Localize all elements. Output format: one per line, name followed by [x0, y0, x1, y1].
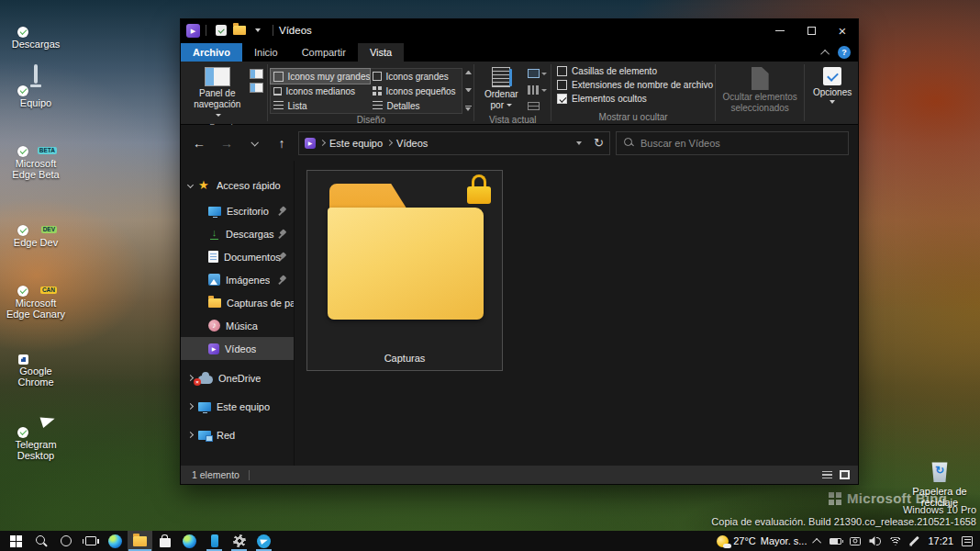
maximize-button[interactable]	[796, 19, 827, 41]
sidebar-item-capturas-de-pantalla[interactable]: Capturas de pantal	[181, 291, 294, 314]
sidebar-item-este-equipo[interactable]: Este equipo	[181, 395, 294, 418]
view-lista[interactable]: Lista	[271, 98, 370, 113]
views-more-icon[interactable]	[465, 106, 472, 111]
up-button[interactable]: ↑	[271, 132, 293, 154]
title-bar: Vídeos	[181, 19, 858, 41]
close-button[interactable]	[827, 19, 858, 41]
checkbox-elementos-ocultos[interactable]: Elementos ocultos	[557, 94, 647, 104]
breadcrumb-este-equipo[interactable]: Este equipo	[329, 138, 383, 149]
add-columns-button[interactable]	[528, 85, 547, 95]
taskbar-store[interactable]	[152, 531, 177, 551]
quick-access-star-icon	[198, 179, 211, 192]
weather-widget[interactable]: 27°C Mayor. s...	[717, 535, 807, 547]
qat-new-folder-button[interactable]	[231, 22, 248, 39]
navigation-pane-button[interactable]: Panel de navegación	[186, 65, 248, 122]
preview-pane-button[interactable]	[250, 69, 263, 79]
desktop-icon-edge-dev[interactable]: DEV Edge Dev	[5, 206, 67, 248]
dev-badge: DEV	[41, 226, 57, 233]
size-columns-button[interactable]	[528, 102, 547, 110]
view-iconos-medianos[interactable]: Iconos medianos	[271, 84, 370, 98]
desktop-icon-chrome[interactable]: Google Chrome	[5, 334, 67, 388]
sort-by-button[interactable]: Ordenar por	[476, 65, 526, 112]
sidebar-item-acceso-rapido[interactable]: Acceso rápido	[181, 174, 294, 197]
view-iconos-grandes[interactable]: Iconos grandes	[370, 69, 460, 84]
action-center-icon[interactable]	[962, 536, 973, 546]
desktop-icon-equipo[interactable]: Equipo	[5, 66, 67, 108]
taskbar-settings[interactable]	[227, 531, 251, 551]
sidebar-item-imagenes[interactable]: Imágenes	[181, 268, 294, 291]
display-icon[interactable]	[850, 537, 861, 545]
view-iconos-muy-grandes[interactable]: Iconos muy grandes	[271, 69, 370, 84]
taskbar-edge[interactable]	[103, 531, 128, 551]
thumbnails-view-button[interactable]	[838, 469, 851, 481]
tab-vista[interactable]: Vista	[358, 43, 404, 62]
divider	[715, 64, 716, 121]
recent-locations-button[interactable]	[243, 132, 265, 154]
volume-icon[interactable]	[869, 536, 881, 545]
sidebar-item-red[interactable]: Red	[181, 423, 294, 446]
details-view-button[interactable]	[820, 469, 833, 481]
chevron-collapsed-icon[interactable]	[187, 403, 194, 410]
breadcrumb-videos[interactable]: Vídeos	[396, 138, 428, 149]
taskbar-telegram[interactable]	[251, 531, 276, 551]
tab-compartir[interactable]: Compartir	[290, 43, 358, 62]
checkbox-extensiones[interactable]: Extensiones de nombre de archivo	[557, 80, 713, 90]
desktop-icon-edge-canary[interactable]: CAN Microsoft Edge Canary	[5, 266, 67, 320]
folder-item-capturas[interactable]: Capturas	[306, 170, 503, 371]
layout-views-list: Iconos muy grandes Iconos grandes Iconos…	[270, 68, 462, 114]
tab-archivo[interactable]: Archivo	[181, 43, 242, 62]
task-view-button[interactable]	[78, 531, 103, 551]
address-bar[interactable]: Este equipo Vídeos ↻	[298, 131, 610, 155]
pen-icon[interactable]	[909, 536, 919, 546]
desktop-icon-telegram[interactable]: Telegram Desktop	[5, 408, 67, 462]
cortana-button[interactable]	[53, 531, 78, 551]
tab-inicio[interactable]: Inicio	[242, 43, 290, 62]
view-detalles[interactable]: Detalles	[370, 98, 460, 113]
group-by-button[interactable]	[528, 69, 547, 78]
desktop-icon-edge-beta[interactable]: BETA Microsoft Edge Beta	[5, 127, 67, 181]
sidebar-item-documentos[interactable]: Documentos	[181, 245, 294, 268]
navigation-pane-label: Panel de navegación	[190, 88, 244, 120]
checkbox-casillas-elemento[interactable]: Casillas de elemento	[557, 66, 657, 76]
desktop-icon-descargas[interactable]: Descargas	[5, 7, 67, 50]
minimize-button[interactable]	[764, 19, 796, 41]
sidebar-item-descargas[interactable]: Descargas	[181, 222, 294, 245]
qat-properties-button[interactable]	[213, 22, 229, 39]
chevron-expanded-icon[interactable]	[187, 182, 194, 188]
small-icons-icon	[373, 86, 382, 96]
shortcut-arrow-icon	[18, 354, 28, 365]
taskbar-your-phone[interactable]	[202, 531, 227, 551]
sidebar-item-videos[interactable]: Vídeos	[181, 337, 294, 360]
battery-icon[interactable]	[830, 538, 841, 545]
wifi-icon[interactable]	[889, 536, 901, 545]
refresh-icon[interactable]: ↻	[594, 136, 604, 150]
hidden-icons-chevron[interactable]	[813, 537, 822, 546]
views-scroll-down-icon[interactable]	[465, 88, 472, 92]
windows-logo-icon	[829, 492, 841, 505]
forward-button[interactable]: →	[216, 132, 238, 154]
search-box[interactable]	[616, 131, 849, 155]
qat-customize-dropdown[interactable]	[250, 22, 266, 39]
chevron-collapsed-icon[interactable]	[187, 375, 194, 381]
taskbar-search-button[interactable]	[28, 531, 53, 551]
sidebar-item-onedrive[interactable]: OneDrive	[181, 366, 294, 389]
view-iconos-pequenos[interactable]: Iconos pequeños	[370, 84, 460, 98]
address-dropdown-icon[interactable]	[576, 141, 582, 145]
sidebar-item-musica[interactable]: Música	[181, 314, 294, 337]
taskbar-file-explorer[interactable]	[128, 531, 152, 551]
views-scroll-up-icon[interactable]	[465, 71, 472, 74]
back-button[interactable]: ←	[188, 132, 210, 154]
taskbar-edge-dev[interactable]	[177, 531, 202, 551]
search-input[interactable]	[640, 138, 841, 149]
clock[interactable]: 17:21	[928, 535, 953, 546]
help-icon[interactable]: ?	[838, 46, 851, 59]
hide-selected-items-button[interactable]: Ocultar elementos seleccionados	[718, 65, 802, 115]
canary-badge: CAN	[40, 287, 57, 294]
collapse-ribbon-icon[interactable]	[820, 49, 830, 58]
chevron-collapsed-icon[interactable]	[187, 432, 194, 438]
file-list-area[interactable]: Capturas	[295, 161, 858, 466]
start-button[interactable]	[4, 531, 28, 551]
options-button[interactable]: Opciones	[809, 65, 855, 106]
sidebar-item-escritorio[interactable]: Escritorio	[181, 199, 294, 222]
details-pane-button[interactable]	[250, 83, 263, 93]
